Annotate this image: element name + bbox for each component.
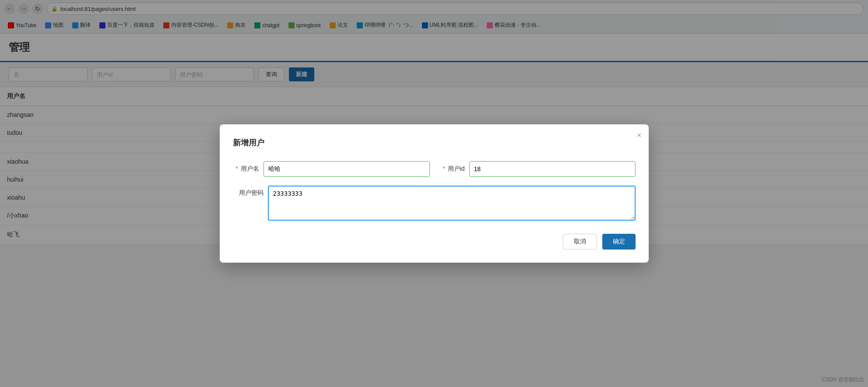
username-label-text: 用户名 (241, 165, 259, 172)
confirm-button[interactable]: 确定 (602, 234, 636, 250)
username-field: * 用户名 (233, 161, 430, 177)
modal-overlay: 新增用户 × * 用户名 * 用户id 用户密码 (0, 0, 868, 387)
modal-dialog: 新增用户 × * 用户名 * 用户id 用户密码 (220, 124, 649, 263)
password-input[interactable] (268, 186, 636, 221)
modal-footer: 取消 确定 (233, 234, 636, 250)
username-input[interactable] (264, 161, 430, 177)
modal-title: 新增用户 (233, 137, 636, 148)
username-label: * 用户名 (233, 165, 259, 173)
modal-close-button[interactable]: × (637, 131, 642, 139)
password-label-text: 用户密码 (239, 189, 264, 196)
form-row-password: 用户密码 (233, 186, 636, 221)
password-label: 用户密码 (233, 186, 264, 197)
username-required: * (235, 165, 238, 172)
userid-label: * 用户id (439, 165, 465, 173)
form-row-1: * 用户名 * 用户id (233, 161, 636, 177)
userid-field: * 用户id (439, 161, 636, 177)
userid-input[interactable] (469, 161, 636, 177)
userid-label-text: 用户id (448, 165, 465, 172)
userid-required: * (443, 165, 445, 172)
cancel-button[interactable]: 取消 (563, 234, 597, 250)
